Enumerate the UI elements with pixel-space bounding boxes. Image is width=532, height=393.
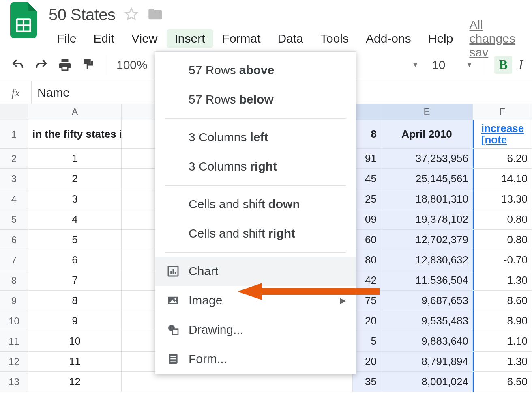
cell-A[interactable]: 4 xyxy=(28,209,122,229)
cell-E[interactable]: 19,378,102 xyxy=(381,209,473,229)
print-button[interactable] xyxy=(55,55,75,75)
font-size-dropdown[interactable]: 10 ▼ xyxy=(429,58,476,72)
insert-cols-right[interactable]: 3 Columnsright xyxy=(155,152,356,181)
folder-icon[interactable] xyxy=(147,7,163,22)
cell-F[interactable]: 0.80 xyxy=(473,209,532,229)
cell-D[interactable]: 45 xyxy=(353,169,381,189)
menu-tools[interactable]: Tools xyxy=(312,29,357,48)
cell-A[interactable]: 9 xyxy=(28,311,122,331)
cell-E[interactable]: 9,687,653 xyxy=(381,291,473,311)
row-number[interactable]: 3 xyxy=(0,169,28,189)
cell-F[interactable]: 6.20 xyxy=(473,149,532,168)
col-header-D[interactable] xyxy=(353,104,381,120)
cell-F[interactable]: 1.30 xyxy=(473,270,532,290)
row-number[interactable]: 10 xyxy=(0,311,28,331)
cell-D[interactable]: 80 xyxy=(353,250,381,270)
cell-gap[interactable] xyxy=(122,372,353,392)
insert-cells-right[interactable]: Cells and shiftright xyxy=(155,219,356,248)
row-number[interactable]: 2 xyxy=(0,149,28,168)
bold-button[interactable]: B xyxy=(494,56,512,74)
insert-form[interactable]: Form... xyxy=(155,344,356,374)
cell-D[interactable]: 35 xyxy=(353,372,381,392)
insert-cells-down[interactable]: Cells and shiftdown xyxy=(155,190,356,219)
cell-E[interactable]: 8,001,024 xyxy=(381,372,473,392)
row-number[interactable]: 7 xyxy=(0,250,28,270)
cell-D[interactable]: 60 xyxy=(353,230,381,250)
cell-D1[interactable]: 8 xyxy=(353,120,381,148)
star-icon[interactable] xyxy=(124,7,138,22)
cell-F[interactable]: 6.50 xyxy=(473,372,532,392)
row-number[interactable]: 5 xyxy=(0,209,28,229)
redo-button[interactable] xyxy=(32,55,51,75)
menu-file[interactable]: File xyxy=(49,29,84,48)
cell-D[interactable]: 42 xyxy=(353,270,381,290)
cell-E[interactable]: 37,253,956 xyxy=(381,149,473,168)
sheets-logo[interactable] xyxy=(10,2,37,38)
cell-F[interactable]: 8.90 xyxy=(473,311,532,331)
insert-image[interactable]: Image ▶ xyxy=(155,286,356,315)
zoom-dropdown[interactable]: 100% xyxy=(112,58,152,72)
insert-cols-left[interactable]: 3 Columnsleft xyxy=(155,123,356,152)
menu-help[interactable]: Help xyxy=(420,29,461,48)
row-number[interactable]: 9 xyxy=(0,291,28,311)
cell-E[interactable]: 11,536,504 xyxy=(381,270,473,290)
cell-A[interactable]: 10 xyxy=(28,331,122,351)
undo-button[interactable] xyxy=(8,55,28,75)
cell-A[interactable]: 3 xyxy=(28,189,122,209)
cell-F[interactable]: 13.30 xyxy=(473,189,532,209)
cell-A[interactable]: 2 xyxy=(28,169,122,189)
cell-F[interactable]: 1.30 xyxy=(473,352,532,371)
cell-E1[interactable]: April 2010 xyxy=(381,120,473,148)
cell-A[interactable]: 5 xyxy=(28,230,122,250)
col-header-F[interactable]: F xyxy=(473,104,532,120)
menu-addons[interactable]: Add-ons xyxy=(358,29,419,48)
cell-E[interactable]: 12,830,632 xyxy=(381,250,473,270)
cell-D[interactable]: 91 xyxy=(353,149,381,168)
cell-A[interactable]: 12 xyxy=(28,372,122,392)
cell-A1[interactable]: in the fifty states in sta xyxy=(28,120,122,148)
cell-E[interactable]: 12,702,379 xyxy=(381,230,473,250)
cell-A[interactable]: 1 xyxy=(28,149,122,168)
cell-E[interactable]: 25,145,561 xyxy=(381,169,473,189)
cell-A[interactable]: 6 xyxy=(28,250,122,270)
insert-rows-above[interactable]: 57 Rowsabove xyxy=(155,56,356,85)
row-number[interactable]: 13 xyxy=(0,372,28,392)
cell-F[interactable]: 1.10 xyxy=(473,331,532,351)
row-number[interactable]: 4 xyxy=(0,189,28,209)
cell-F[interactable]: 14.10 xyxy=(473,169,532,189)
col-header-E[interactable]: E xyxy=(381,104,473,120)
cell-F[interactable]: -0.70 xyxy=(473,250,532,270)
doc-title[interactable]: 50 States xyxy=(49,6,116,24)
cell-F[interactable]: 8.60 xyxy=(473,291,532,311)
insert-chart[interactable]: Chart xyxy=(155,257,356,286)
row-number[interactable]: 8 xyxy=(0,270,28,290)
menu-edit[interactable]: Edit xyxy=(85,29,122,48)
row-number[interactable]: 11 xyxy=(0,331,28,351)
cell-D[interactable]: 20 xyxy=(353,311,381,331)
row-number[interactable]: 1 xyxy=(0,120,28,148)
cell-F1[interactable]: increase [note xyxy=(473,120,532,148)
cell-E[interactable]: 18,801,310 xyxy=(381,189,473,209)
menu-format[interactable]: Format xyxy=(214,29,269,48)
cell-F[interactable]: 0.80 xyxy=(473,230,532,250)
select-all-corner[interactable] xyxy=(0,104,28,120)
font-family-dropdown[interactable]: ▼ xyxy=(408,60,422,69)
cell-E[interactable]: 8,791,894 xyxy=(381,352,473,371)
cell-D[interactable]: 20 xyxy=(353,352,381,371)
cell-A[interactable]: 11 xyxy=(28,352,122,371)
cell-D[interactable]: 25 xyxy=(353,189,381,209)
cell-E[interactable]: 9,883,640 xyxy=(381,331,473,351)
insert-drawing[interactable]: Drawing... xyxy=(155,315,356,344)
insert-rows-below[interactable]: 57 Rowsbelow xyxy=(155,85,356,114)
cell-A[interactable]: 7 xyxy=(28,270,122,290)
cell-A[interactable]: 8 xyxy=(28,291,122,311)
italic-button[interactable]: I xyxy=(519,57,523,72)
cell-D[interactable]: 5 xyxy=(353,331,381,351)
cell-D[interactable]: 09 xyxy=(353,209,381,229)
cell-E[interactable]: 9,535,483 xyxy=(381,311,473,331)
menu-insert[interactable]: Insert xyxy=(167,29,213,48)
paint-format-button[interactable] xyxy=(79,55,98,75)
col-header-A[interactable]: A xyxy=(28,104,122,120)
row-number[interactable]: 6 xyxy=(0,230,28,250)
menu-view[interactable]: View xyxy=(123,29,165,48)
